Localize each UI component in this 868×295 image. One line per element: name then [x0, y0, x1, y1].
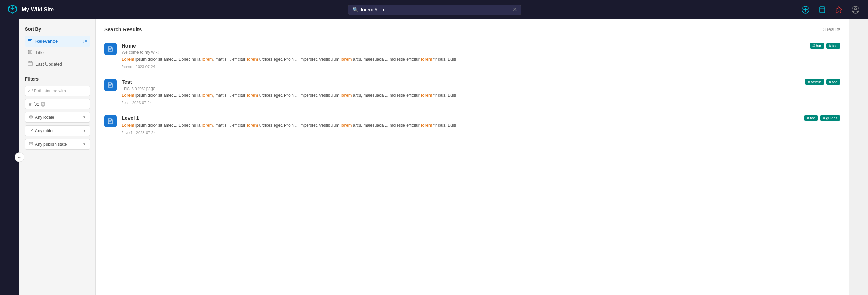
site-title: My Wiki Site	[22, 7, 54, 13]
editor-label: Any editor	[35, 128, 81, 133]
highlight: lorem	[341, 123, 352, 128]
result-title-row: Home # bar # foo	[122, 43, 840, 49]
sort-relevance[interactable]: Relevance ↓≡	[25, 36, 90, 47]
bookmark-button[interactable]	[817, 4, 828, 15]
svg-point-10	[29, 64, 30, 64]
search-input[interactable]	[361, 7, 510, 12]
right-gutter	[849, 19, 868, 295]
highlight: lorem	[202, 123, 213, 128]
result-title-row: Level 1 # foo # guides	[122, 115, 840, 121]
svg-point-11	[30, 64, 30, 64]
result-description: Welcome to my wiki!	[122, 50, 840, 55]
tag-hash-icon: #	[29, 101, 31, 107]
results-count: 3 results	[823, 27, 840, 32]
locale-filter[interactable]: Any locale ▼	[25, 112, 90, 123]
svg-rect-7	[28, 42, 30, 42]
tag-value: foo	[33, 102, 39, 107]
result-excerpt: Lorem ipsum dolor sit amet ... Donec nul…	[122, 92, 840, 99]
tag-bar[interactable]: # bar	[810, 43, 824, 49]
tag-filter[interactable]: # foo ✕	[25, 99, 90, 109]
sort-by-heading: Sort By	[25, 26, 90, 32]
svg-point-4	[854, 8, 857, 10]
result-excerpt: Lorem ipsum dolor sit amet ... Donec nul…	[122, 56, 840, 62]
highlight: lorem	[421, 57, 432, 62]
publish-state-dropdown-arrow: ▼	[83, 142, 86, 146]
svg-rect-6	[28, 40, 31, 41]
editor-dropdown-arrow: ▼	[83, 129, 86, 133]
header-actions	[800, 4, 861, 15]
search-container: 🔍 ✕	[75, 5, 794, 15]
publish-state-label: Any publish state	[35, 142, 81, 147]
result-title-row: Test # admin # foo	[122, 79, 840, 85]
filters-section: Filters ∕ / Path starting with... # foo …	[25, 76, 90, 150]
locale-dropdown-arrow: ▼	[83, 115, 86, 119]
title-icon	[28, 50, 33, 56]
result-date: 2023-07-24	[132, 101, 152, 105]
nav-sidebar: ←	[0, 19, 19, 295]
result-page-title[interactable]: Test	[122, 79, 132, 85]
locale-label: Any locale	[35, 115, 81, 120]
tag-foo[interactable]: # foo	[826, 79, 840, 85]
result-item: Home # bar # foo Welcome to my wiki! Lor…	[104, 38, 840, 74]
sort-title-label: Title	[35, 50, 44, 55]
result-path: /level1	[122, 130, 133, 135]
result-page-title[interactable]: Home	[122, 43, 136, 49]
clear-search-button[interactable]: ✕	[512, 7, 517, 12]
path-filter[interactable]: ∕ / Path starting with...	[25, 86, 90, 96]
editor-icon	[29, 128, 33, 133]
svg-rect-2	[820, 7, 825, 13]
sort-relevance-label: Relevance	[35, 39, 58, 44]
result-body: Home # bar # foo Welcome to my wiki! Lor…	[122, 43, 840, 69]
result-meta: /test 2023-07-24	[122, 101, 840, 105]
tag-foo[interactable]: # foo	[826, 43, 840, 49]
create-button[interactable]	[800, 4, 811, 15]
sort-last-updated-label: Last Updated	[35, 61, 62, 67]
result-path: /home	[122, 65, 132, 69]
filter-sidebar: Sort By Relevance ↓≡	[19, 19, 96, 295]
tag-remove-button[interactable]: ✕	[41, 102, 45, 107]
sort-title[interactable]: Title	[25, 47, 90, 58]
highlight: lorem	[247, 57, 258, 62]
results-panel: Search Results 3 results Home #	[96, 19, 849, 295]
highlight: lorem	[341, 57, 352, 62]
result-tags: # bar # foo	[810, 43, 840, 49]
results-header: Search Results 3 results	[104, 26, 840, 32]
search-bar: 🔍 ✕	[348, 5, 521, 15]
tag-chip: foo ✕	[33, 102, 45, 107]
sort-last-updated[interactable]: Last Updated	[25, 59, 90, 69]
sort-desc-icon: ↓≡	[83, 39, 87, 44]
notifications-button[interactable]	[833, 4, 844, 15]
tag-foo[interactable]: # foo	[804, 115, 818, 121]
user-button[interactable]	[850, 4, 861, 15]
result-date: 2023-07-24	[136, 65, 155, 69]
result-path: /test	[122, 101, 129, 105]
result-tags: # admin # foo	[805, 79, 840, 85]
svg-rect-5	[28, 39, 32, 40]
editor-filter[interactable]: Any editor ▼	[25, 125, 90, 136]
result-page-icon	[104, 79, 117, 91]
highlight: lorem	[202, 93, 213, 98]
result-excerpt: Lorem ipsum dolor sit amet ... Donec nul…	[122, 122, 840, 128]
svg-point-12	[31, 64, 31, 64]
result-page-title[interactable]: Level 1	[122, 115, 139, 121]
logo-icon	[7, 3, 18, 16]
publish-state-filter[interactable]: Any publish state ▼	[25, 139, 90, 150]
main-layout: ← Sort By Relevance ↓≡	[0, 19, 868, 295]
nav-back-button[interactable]: ←	[15, 152, 24, 162]
tag-admin[interactable]: # admin	[805, 79, 824, 85]
result-meta: /level1 2023-07-24	[122, 130, 840, 135]
content-area: Sort By Relevance ↓≡	[19, 19, 868, 295]
path-placeholder: / Path starting with...	[32, 88, 69, 93]
highlight: lorem	[421, 123, 432, 128]
search-icon: 🔍	[352, 7, 358, 12]
svg-point-16	[30, 143, 31, 144]
relevance-icon	[28, 38, 33, 44]
header: My Wiki Site 🔍 ✕	[0, 0, 868, 19]
svg-point-0	[12, 8, 13, 10]
tag-guides[interactable]: # guides	[820, 115, 840, 121]
result-page-icon	[104, 43, 117, 55]
highlight: lorem	[421, 93, 432, 98]
result-description: This is a test page!	[122, 86, 840, 91]
result-date: 2023-07-24	[136, 130, 156, 135]
results-title: Search Results	[104, 26, 142, 32]
